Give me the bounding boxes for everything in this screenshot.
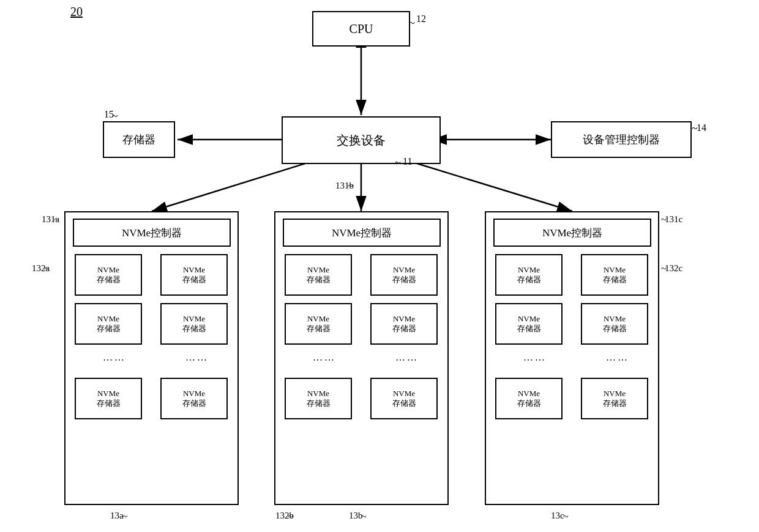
nvme-group-b: NVMe控制器 NVMe存储器 NVMe存储器 NVMe存储器 NVMe存储器 … (274, 211, 449, 505)
nvme-group-c: NVMe控制器 NVMe存储器 NVMe存储器 NVMe存储器 NVMe存储器 … (485, 211, 659, 505)
nvme-storage-b6: NVMe存储器 (370, 378, 438, 419)
dots-c2: …… (587, 352, 648, 363)
cpu-ref: 12 (416, 13, 426, 24)
nvme-storage-c4: NVMe存储器 (581, 303, 648, 345)
dots-c1: …… (504, 352, 566, 363)
nvme-storage-a2: NVMe存储器 (160, 254, 228, 296)
ref-132c: 132c (665, 263, 682, 274)
ref-13a: 13a (110, 511, 124, 521)
nvme-storage-b5: NVMe存储器 (285, 378, 352, 419)
svg-line-7 (152, 160, 315, 211)
cpu-tilde: ~ (409, 17, 415, 30)
diagram: 20 CPU 12 ~ 交换设备 11 ~ 存储器 15 ~ 设备管理控制器 1… (0, 0, 759, 532)
ref-13c: 13c (551, 511, 564, 521)
nvme-storage-a6: NVMe存储器 (160, 378, 228, 419)
nvme-storage-a4: NVMe存储器 (160, 303, 228, 345)
nvme-controller-c: NVMe控制器 (493, 219, 651, 247)
memory-box: 存储器 (103, 121, 175, 158)
nvme-group-a: NVMe控制器 NVMe存储器 NVMe存储器 NVMe存储器 NVMe存储器 … (64, 211, 239, 505)
ref-131c: 131c (665, 214, 682, 225)
device-mgr-tilde: ~ (692, 122, 698, 135)
nvme-controller-a: NVMe控制器 (73, 219, 231, 247)
nvme-controller-b: NVMe控制器 (283, 219, 441, 247)
nvme-storage-a5: NVMe存储器 (75, 378, 142, 419)
nvme-storage-b3: NVMe存储器 (285, 303, 352, 345)
switch-box: 交换设备 (282, 116, 441, 164)
dots-a1: …… (84, 352, 145, 363)
nvme-storage-a1: NVMe存储器 (75, 254, 142, 296)
svg-line-9 (407, 160, 572, 211)
device-mgr-ref: 14 (697, 122, 706, 133)
nvme-storage-b4: NVMe存储器 (370, 303, 438, 345)
memory-tilde: ~ (112, 110, 118, 123)
dots-b1: …… (294, 352, 355, 363)
nvme-storage-c6: NVMe存储器 (581, 378, 648, 419)
nvme-storage-c1: NVMe存储器 (495, 254, 563, 296)
nvme-storage-b1: NVMe存储器 (285, 254, 352, 296)
nvme-storage-c3: NVMe存储器 (495, 303, 563, 345)
dots-b2: …… (376, 352, 438, 363)
dots-a2: …… (166, 352, 228, 363)
nvme-storage-c5: NVMe存储器 (495, 378, 563, 419)
nvme-storage-c2: NVMe存储器 (581, 254, 648, 296)
nvme-storage-a3: NVMe存储器 (75, 303, 142, 345)
diagram-title: 20 (70, 5, 83, 19)
nvme-storage-b2: NVMe存储器 (370, 254, 438, 296)
cpu-box: CPU (312, 11, 410, 47)
device-mgr-box: 设备管理控制器 (551, 121, 692, 158)
switch-ref: 11 (403, 156, 412, 167)
switch-tilde: ~ (395, 157, 401, 170)
